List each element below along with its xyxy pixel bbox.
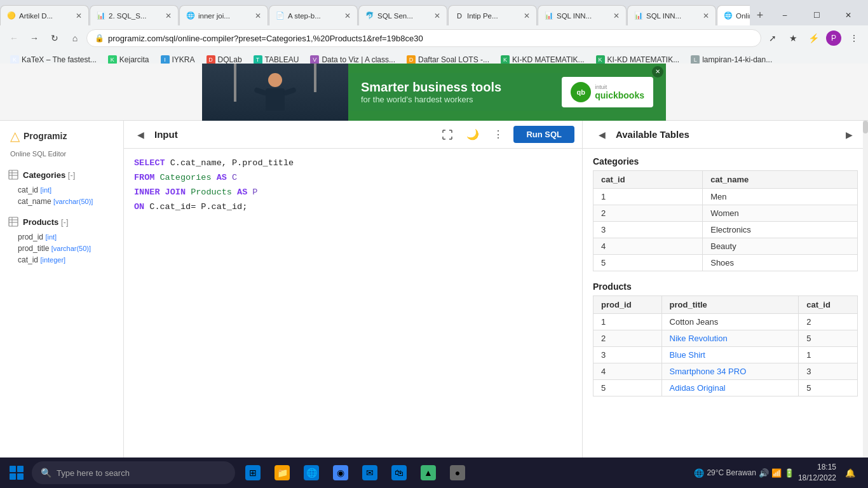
editor-collapse-button[interactable]: ◀: [132, 126, 149, 144]
browser-tab-tab7[interactable]: 📊 SQL INN... ✕: [538, 5, 627, 25]
code-token: Categories: [160, 173, 212, 182]
table-cell-cat_id-1: 2: [593, 205, 703, 222]
reload-button[interactable]: ↻: [46, 29, 64, 47]
taskbar-app-task-view[interactable]: ⊞: [239, 459, 267, 487]
browser-tab-tab1[interactable]: 🟡 Artikel D... ✕: [0, 5, 89, 25]
tab-close-tab1[interactable]: ✕: [76, 11, 82, 20]
tab-title-tab7: SQL INN...: [557, 12, 610, 20]
more-options-button[interactable]: ⋮: [488, 125, 508, 145]
table-cell-cat_id-2: 1: [799, 347, 858, 363]
browser-tab-tab6[interactable]: D Intip Pe... ✕: [448, 5, 537, 25]
col-header-prod_title: prod_title: [661, 296, 799, 314]
tab-favicon-tab8: 📊: [634, 11, 643, 20]
products-table: prod_idprod_titlecat_id1Cotton Jeans22Ni…: [593, 295, 858, 396]
ad-logo-text: intuit quickbooks: [595, 84, 644, 100]
address-bar[interactable]: 🔒 programiz.com/sql/online-compiler?pres…: [86, 29, 761, 47]
close-button[interactable]: ✕: [834, 5, 863, 25]
speaker-icon[interactable]: 🔊: [759, 468, 769, 478]
bookmark-icon-2: I: [161, 55, 170, 64]
tab-favicon-tab5: 🐬: [365, 11, 374, 20]
browser-tab-tab5[interactable]: 🐬 SQL Sen... ✕: [358, 5, 447, 25]
panel-next-button[interactable]: ▶: [840, 126, 858, 144]
ad-content[interactable]: Smarter business tools for the world's h…: [202, 64, 666, 121]
bookmark-star-button[interactable]: ★: [784, 29, 802, 47]
wifi-icon[interactable]: 📶: [771, 468, 782, 478]
taskbar-search[interactable]: 🔍 Type here to search: [32, 461, 235, 484]
date-text: 18/12/2022: [798, 473, 836, 484]
tab-favicon-tab1: 🟡: [7, 11, 16, 20]
dark-mode-button[interactable]: 🌙: [463, 125, 483, 145]
taskbar-app-store[interactable]: 🛍: [385, 459, 413, 487]
table-cell-cat_name-4: Shoes: [703, 255, 858, 271]
table-cell-prod_id-1: 2: [593, 330, 662, 347]
categories-table: cat_idcat_name1Men2Women3Electronics4Bea…: [593, 170, 858, 271]
tab-close-tab4[interactable]: ✕: [344, 11, 351, 20]
scrollbar-track[interactable]: [863, 121, 868, 488]
svg-rect-4: [9, 217, 18, 226]
tab-close-tab7[interactable]: ✕: [613, 11, 620, 20]
sidebar-table-header-categories[interactable]: Categories [-]: [0, 165, 123, 184]
run-sql-button[interactable]: Run SQL: [513, 126, 574, 143]
start-button[interactable]: [3, 459, 31, 487]
extensions-button[interactable]: ⚡: [804, 29, 822, 47]
menu-button[interactable]: ⋮: [845, 29, 863, 47]
taskbar-app-edge[interactable]: 🌐: [297, 459, 325, 487]
code-editor[interactable]: SELECT C.cat_name, P.prod_titleFROM Cate…: [124, 149, 582, 464]
fullscreen-button[interactable]: [437, 125, 458, 145]
tab-close-tab5[interactable]: ✕: [434, 11, 440, 20]
share-button[interactable]: ➚: [764, 29, 782, 47]
tab-title-tab1: Artikel D...: [19, 12, 72, 20]
ad-close-button[interactable]: ✕: [652, 66, 663, 78]
taskbar-app-file-explorer[interactable]: 📁: [268, 459, 296, 487]
browser-tab-tab3[interactable]: 🌐 inner joi... ✕: [179, 5, 268, 25]
sidebar-table-header-products[interactable]: Products [-]: [0, 212, 123, 231]
browser-tab-tab8[interactable]: 📊 SQL INN... ✕: [627, 5, 716, 25]
field-name-cat_id: cat_id: [18, 255, 38, 264]
ad-logo[interactable]: qb intuit quickbooks: [562, 77, 653, 107]
field-type-cat_name: [varchar(50)]: [53, 198, 93, 205]
tab-close-tab8[interactable]: ✕: [703, 11, 709, 20]
code-line-1: FROM Categories AS C: [134, 171, 572, 186]
back-button[interactable]: ←: [5, 29, 23, 47]
new-tab-button[interactable]: +: [750, 5, 770, 25]
datetime-display[interactable]: 18:15 18/12/2022: [798, 462, 836, 484]
nav-icons: ➚ ★ ⚡ P ⋮: [764, 29, 863, 47]
panel-prev-button[interactable]: ◀: [593, 126, 611, 144]
field-name-cat_id: cat_id: [18, 186, 38, 194]
scrollbar-thumb[interactable]: [863, 121, 868, 133]
home-button[interactable]: ⌂: [66, 29, 84, 47]
network-icon[interactable]: 🌐: [694, 468, 704, 478]
bookmark-icon-1: K: [108, 55, 117, 64]
code-token: INNER: [134, 187, 165, 197]
tab-close-tab3[interactable]: ✕: [255, 11, 261, 20]
field-type-prod_id: [int]: [45, 233, 57, 241]
table-row: 3Blue Shirt1: [593, 347, 858, 363]
code-token: P.cat_id;: [201, 202, 247, 212]
tab-close-tab6[interactable]: ✕: [524, 11, 530, 20]
browser-tab-tab2[interactable]: 📊 2. SQL_S... ✕: [90, 5, 179, 25]
forward-button[interactable]: →: [25, 29, 43, 47]
bookmark-label-6: Daftar Soal LOTS -...: [418, 55, 489, 64]
taskbar-app-chrome[interactable]: ◉: [327, 459, 355, 487]
tab-close-tab2[interactable]: ✕: [165, 11, 172, 20]
browser-tab-tab4[interactable]: 📄 A step-b... ✕: [269, 5, 358, 25]
maximize-button[interactable]: ☐: [802, 5, 831, 25]
window-controls: – ☐ ✕: [770, 5, 868, 25]
table-row: 2Women: [593, 205, 858, 222]
search-placeholder-text: Type here to search: [57, 468, 130, 478]
taskbar-app-extra-app[interactable]: ●: [444, 459, 471, 487]
browser-tab-tab9[interactable]: 🌐 Online S... ✕: [717, 5, 750, 25]
col-header-cat_id: cat_id: [799, 296, 858, 314]
ad-text-area: Smarter business tools for the world's h…: [348, 73, 562, 111]
table-row: 1Cotton Jeans2: [593, 314, 858, 330]
minimize-button[interactable]: –: [770, 5, 799, 25]
tab-favicon-tab2: 📊: [97, 11, 105, 20]
taskbar-app-python-app[interactable]: ▲: [414, 459, 442, 487]
battery-icon[interactable]: 🔋: [784, 468, 794, 478]
ad-headline: Smarter business tools: [361, 79, 549, 95]
col-header-prod_id: prod_id: [593, 296, 662, 314]
profile-button[interactable]: P: [825, 29, 843, 47]
notification-button[interactable]: 🔔: [840, 463, 860, 483]
taskbar-app-mail[interactable]: ✉: [356, 459, 384, 487]
tab-favicon-tab7: 📊: [545, 11, 553, 20]
